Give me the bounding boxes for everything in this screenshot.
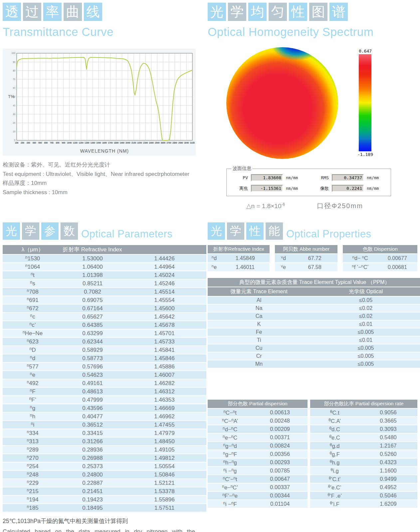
y-tick-label: 10 [13,130,15,133]
value: 0.00677 [377,254,417,262]
x-tick-label: 2990 [178,142,183,144]
table-row: ng0.435961.46669 [3,404,206,412]
trace-element-column-header: 微量元素 Trace Element [208,287,310,296]
subscript-prefix: n [27,305,29,310]
table-row: Al≤0.05 [208,297,420,304]
value: 0.00785 [252,467,308,474]
x-tick-label: 290 [21,142,24,144]
delta-n-value: △n = 1.8×10-6 [246,202,285,210]
partial-dispersion-table: 部分色散 Partial dispersionnC−nt0.00613nC−nA… [208,399,308,508]
table-row: ne−nC’0.00337 [208,483,308,491]
parameters-header-chars: 光学参数 [3,222,78,240]
refractive-index-value: 1.47455 [122,421,206,429]
wavefront-info-panel: 波面信息 PV1.83608nm/mmRMS0.34737nm/mm离焦-1.1… [226,166,391,196]
value: 0.00824 [252,442,308,450]
symbol-label: nC’−nt [208,475,252,483]
wavefront-field-value: -1.15361 [251,185,283,192]
subscript-prefix: n [223,409,226,414]
x-tick-label: 1890 [114,142,119,144]
symbol-label: nF’−ne [208,492,252,499]
subscript-prefix: n [223,459,225,464]
subscript-prefix: n [25,255,28,260]
transmittance-header-chars: 透过率曲线 [3,3,204,21]
colorbar-max-label: 0.647 [359,49,372,54]
table-row: θ’F .e’0.5046 [310,492,417,499]
wavelength-label: n289 [3,446,63,454]
refractive-index-column-header: 折射率 Refractive Index [63,245,206,254]
value: 0.00613 [252,409,308,416]
value: 0.00371 [252,434,308,441]
symbol-label: nd [208,254,221,262]
x-tick-label: 2290 [137,142,142,144]
wavelength-value: 0.21451 [63,487,122,495]
subscript-prefix: v [281,264,283,268]
subscript-prefix: n [233,476,236,480]
wavelength-label: n248 [3,471,63,478]
wavelength-label: ng [3,404,63,412]
value: 0.5046 [359,492,417,499]
colorbar-scale: 0.647 -1.189 [357,49,373,162]
x-tick-label: 490 [32,142,36,144]
value: 0.00293 [252,459,308,466]
table-header-row: 折射率Refractive Index [208,245,270,253]
subscript-prefix: n [231,434,234,439]
table-row: n3130.312661.48450 [3,438,206,445]
symbol-label: ne−nC [208,434,252,441]
table-row: n1850.184951.57511 [3,504,206,512]
table-row: θg.F0.5260 [310,450,417,458]
value: 0.00647 [252,475,308,483]
y-axis-label: T% [8,94,15,99]
table-row: ne−nC0.00371 [208,434,308,441]
wavefront-field-label: 离焦 [230,186,248,192]
table-row: n2290.228871.52121 [3,479,206,487]
refractive-index-table: 折射率Refractive Indexnd1.45849ne1.46011 [208,244,270,272]
refractive-index-value: 1.45846 [122,354,206,362]
wavelength-label: nF [3,388,63,395]
trace-element: Ti [208,336,310,344]
value: 0.01104 [252,500,308,508]
subscript-prefix: θ [330,443,332,447]
dispersion-table: 色散 Dispersionnd− nC0.00677nf ’−nC’0.0068… [343,244,417,272]
colorbar-min-label: -1.189 [357,152,373,157]
wavefront-field-label: 像散 [310,186,329,192]
refractive-index-value: 1.46007 [122,371,206,379]
wavelength-label: ns [3,280,63,287]
table-row: ni −nF0.01104 [208,500,308,508]
wavelength-value: 1.53000 [63,255,122,262]
symbol-label: θd.C [310,425,359,433]
trace-limit: ≤0.005 [310,352,420,360]
homogeneity-header: 光学均匀性图谱 Optical Homogeneity Spectrum [208,3,417,39]
value: 0.00356 [252,450,308,458]
table-row: ne0.546231.46007 [3,371,206,379]
header-char-box: 光 [208,3,226,21]
subscript-prefix: v [281,255,283,259]
symbol-label: θi.g [310,467,359,474]
table-row: Na≤0.02 [208,305,420,312]
subscript-prefix: n [352,255,354,259]
refractive-index-value: 1.44964 [122,263,206,271]
subscript-prefix: θ [330,409,332,414]
subscript-prefix: θ [328,418,331,422]
table-row: nHe−Ne0.632991.45701 [3,330,206,337]
thickness-note-en: Sample thickness : 10mm [3,188,204,197]
trace-element: Fe [208,329,310,336]
transmittance-title: Transmittance Curve [3,25,204,39]
wavelength-value: 0.25373 [63,463,122,470]
subscript-prefix: n [27,455,29,459]
value: 0.5480 [359,434,417,441]
refractive-index-value: 1.46282 [122,379,206,387]
table-header-row: 阿贝数 Abbe number [275,245,337,253]
table-row: θC.t0.9056 [310,409,417,416]
symbol-label: θC.t [310,409,359,416]
subscript-prefix: n [31,421,33,426]
wavelength-value: 0.58929 [63,346,122,354]
wavelength-column-header: λ（μm） [3,245,63,254]
value: 67.72 [292,254,338,262]
wavelength-value: 1.06400 [63,263,122,271]
table-row: nd0.587731.45846 [3,354,206,362]
table-row: nc’0.643851.45678 [3,321,206,329]
trace-element: Mn [208,360,310,368]
trace-table-title: 典型的微量元素杂质含量 Trace Element Typical Value … [208,278,420,287]
wavelength-value: 0.40477 [63,413,122,420]
wavelength-label: ni [3,421,63,429]
